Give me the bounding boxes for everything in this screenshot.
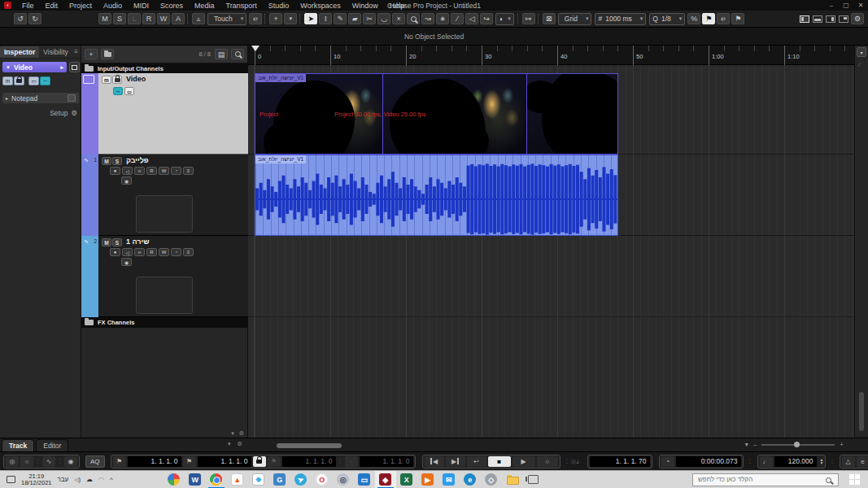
automation-panel-icon[interactable]: ▵ [192, 13, 205, 24]
play-tool[interactable]: ∕ [451, 13, 464, 24]
tab-editor[interactable]: Editor [36, 439, 68, 452]
camera-app-icon[interactable]: ◎ [333, 471, 354, 488]
quantize-panel-icon[interactable]: ⚑ [731, 13, 744, 24]
io-channels-row[interactable]: Input/Output Channels [81, 63, 248, 73]
video-track-row[interactable]: m Video ••• ▭ [81, 73, 248, 155]
video-event[interactable]: בוא_תלוי_השינוי_V1 Project Project 30.00… [255, 73, 618, 155]
midi-record-mode-icon[interactable]: ∿ [42, 456, 55, 467]
video-app-icon[interactable]: ▭ [354, 471, 375, 488]
comp-tool[interactable]: ↝ [421, 13, 434, 24]
tab-track[interactable]: Track [2, 439, 34, 452]
track1-mute-button[interactable]: M [102, 157, 111, 165]
punch-in-field[interactable]: 1. 1. 1. 0 [282, 456, 336, 467]
menu-edit[interactable]: Edit [40, 2, 64, 10]
right-locator-field[interactable]: 1. 1. 1. 0 [198, 456, 251, 467]
menu-window[interactable]: Window [347, 2, 384, 10]
draw-tool[interactable]: ✎ [334, 13, 347, 24]
g-app-icon[interactable]: G [269, 471, 290, 488]
punch-in-flag-icon[interactable]: ⚑ [268, 456, 281, 467]
read-all-button[interactable]: R [142, 13, 155, 24]
menu-help[interactable]: Help [384, 2, 411, 10]
menu-media[interactable]: Media [189, 2, 220, 10]
lower-zone-layout-icon[interactable] [813, 15, 822, 23]
audio-track-1-row[interactable]: ∿ 1 M S פלייבק ●◁℮RW◔≡ ◉ [81, 155, 248, 236]
color-tool-dropdown[interactable]: ◗▾ [495, 13, 514, 25]
inspector-frame-button[interactable]: ▭ [28, 76, 39, 85]
redo-button[interactable]: ↻ [28, 13, 41, 24]
zone-gear-icon[interactable]: ⚙ [238, 441, 242, 447]
tab-inspector[interactable]: Inspector [0, 46, 39, 58]
audio-track-2-row[interactable]: ∿ 2 M S שירה 1 ●◁℮RW◔≡ ◉ [81, 236, 248, 317]
start-button[interactable] [840, 471, 868, 488]
left-zone-layout-icon[interactable] [800, 15, 809, 23]
quantize-dropdown[interactable]: Q1/8▾ [649, 13, 685, 25]
zoom-tool[interactable] [407, 13, 420, 24]
iterative-quantize-icon[interactable]: % [687, 13, 700, 24]
task-view-icon[interactable] [523, 471, 544, 488]
transport-position-field[interactable]: 1. 1. 1. 70 [590, 456, 650, 467]
file-explorer-icon[interactable] [502, 471, 523, 488]
events-to-part-icon[interactable]: ◉ [121, 258, 132, 266]
inspector-track-header[interactable]: ▼ Video ▸ [2, 62, 67, 72]
vertical-scrollbar[interactable] [859, 392, 864, 431]
track-preset-button[interactable] [101, 49, 114, 59]
notepad-open-icon[interactable] [68, 94, 76, 102]
track1-solo-button[interactable]: S [112, 157, 122, 165]
menu-workspaces[interactable]: Workspaces [294, 2, 346, 10]
opera-icon[interactable]: O [312, 471, 333, 488]
lanes-icon[interactable]: ≡ [183, 248, 194, 256]
add-track-button[interactable]: + [85, 49, 98, 59]
telegram-icon[interactable]: ➤ [290, 471, 312, 488]
frame-numbers-button[interactable]: ▭ [124, 87, 134, 95]
word-icon[interactable]: W [185, 471, 206, 488]
right-zone-layout-icon[interactable] [826, 15, 835, 23]
track-filter-list-icon[interactable]: ▤ [215, 49, 228, 59]
window-layout-icon[interactable] [839, 15, 848, 23]
precount-icon[interactable]: ◎ [571, 458, 577, 465]
play-button[interactable]: ▶ [513, 456, 535, 467]
network-icon[interactable]: ◠ [98, 476, 104, 483]
setup-toolbar-gear-icon[interactable]: ⚙ [851, 13, 864, 24]
track-search-button[interactable] [231, 49, 244, 59]
quantize-sync-icon[interactable]: ℮ [717, 13, 730, 24]
close-button[interactable]: ✕ [853, 2, 868, 9]
downloader-icon[interactable]: ❖ [248, 471, 269, 488]
freeze-icon[interactable]: ◔ [171, 167, 181, 175]
tempo-spinner[interactable]: ▲▼ [820, 458, 824, 464]
goto-previous-marker-button[interactable]: ◀ [425, 456, 444, 467]
cubase-icon[interactable]: ◆ [375, 471, 396, 488]
edit-channel-icon[interactable]: ℮ [134, 167, 145, 175]
maximize-button[interactable]: ▢ [839, 2, 853, 9]
track2-mute-button[interactable]: M [102, 238, 111, 246]
thumbnails-toggle-button[interactable]: ••• [113, 87, 123, 95]
cycle-button[interactable]: ↩ [467, 456, 486, 467]
hidden-icons-chevron[interactable]: ^ [110, 476, 113, 483]
freeze-icon[interactable]: ◔ [171, 248, 181, 256]
write-automation-icon[interactable]: W [159, 167, 169, 175]
inspector-lock-button[interactable] [14, 76, 24, 85]
monitor-icon[interactable]: ◁ [122, 248, 133, 256]
quantize-flag-icon[interactable]: ⚑ [702, 13, 715, 24]
edge-icon[interactable]: e [460, 471, 481, 488]
suspend-automation-button[interactable]: A [172, 13, 185, 24]
language-indicator[interactable]: עבר [58, 476, 69, 483]
time-display-field[interactable]: 0:00:00.073 [676, 456, 741, 467]
punch-out-icon[interactable]: ◦ [345, 456, 358, 467]
tempo-note-icon[interactable]: ♩ [760, 456, 773, 467]
constrain-dropdown[interactable]: ▾ [284, 13, 297, 24]
zoom-in-icon[interactable]: + [840, 441, 844, 448]
solo-all-button[interactable]: S [113, 13, 126, 24]
notification-center-icon[interactable] [7, 476, 15, 483]
left-locator-field[interactable]: 1. 1. 1. 0 [128, 456, 181, 467]
menu-file[interactable]: File [16, 2, 40, 10]
onedrive-cloud-icon[interactable]: ☁ [86, 476, 93, 483]
write-automation-icon[interactable]: W [159, 248, 169, 256]
scrub-tool[interactable]: ↪ [480, 13, 493, 24]
quantize-circle-icon[interactable]: ◉ [64, 456, 77, 467]
menu-transport[interactable]: Transport [220, 2, 263, 10]
line-tool[interactable]: ∗ [436, 13, 449, 24]
inspector-mute-button[interactable]: m [2, 76, 13, 85]
stop-button[interactable]: ■ [488, 456, 511, 467]
audition-tool[interactable]: ◁ [465, 13, 478, 24]
taskbar-search[interactable] [692, 473, 839, 486]
